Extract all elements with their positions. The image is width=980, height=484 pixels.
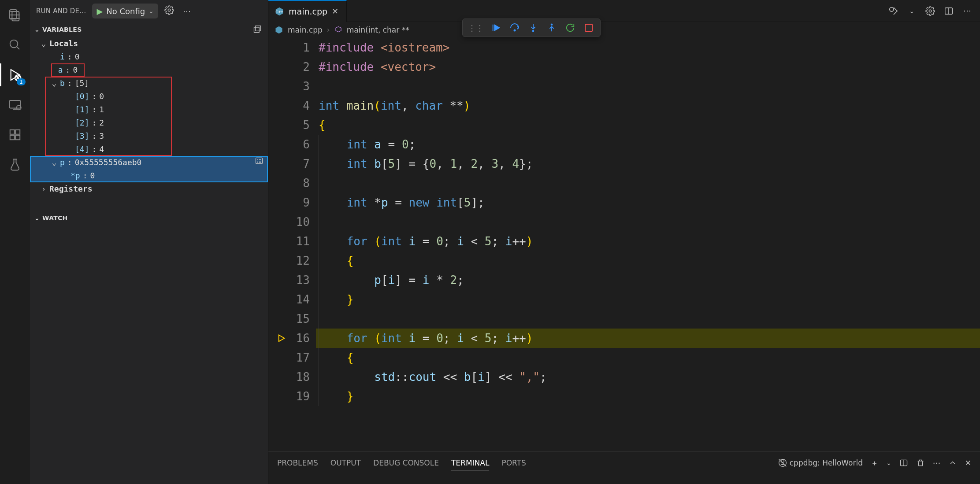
run-chevron-icon[interactable]: ⌄	[906, 5, 917, 17]
testing-icon[interactable]	[6, 156, 24, 174]
var-idx: [0]	[75, 90, 89, 103]
var-a[interactable]: a: 0	[51, 63, 85, 77]
kebab-icon[interactable]: ⋯	[933, 458, 940, 467]
panel-tab-terminal[interactable]: TERMINAL	[451, 456, 489, 470]
var-p-deref[interactable]: *p: 0	[30, 169, 268, 182]
svg-point-20	[551, 24, 553, 25]
tab-main-cpp[interactable]: C++ main.cpp ✕	[268, 0, 347, 22]
maximize-panel-icon[interactable]	[948, 458, 957, 467]
code-line[interactable]	[316, 212, 980, 232]
panel-tab-problems[interactable]: PROBLEMS	[277, 456, 318, 470]
debug-toolbar[interactable]: ⋮⋮	[462, 18, 601, 37]
code-line[interactable]: int b[5] = {0, 1, 2, 3, 4};	[316, 154, 980, 174]
code-line[interactable]: }	[316, 387, 980, 406]
close-panel-icon[interactable]: ✕	[965, 458, 971, 467]
code-line[interactable]	[316, 77, 980, 96]
code-line[interactable]: {	[316, 251, 980, 270]
svg-text:C++: C++	[275, 9, 283, 14]
watch-section-header[interactable]: ⌄ WATCH	[30, 211, 268, 225]
line-number: 17	[290, 348, 310, 367]
trash-icon[interactable]	[916, 458, 925, 467]
variables-tree: ⌄ Locals i: 0 a: 0 ⌄ b: [5] [0]: 0 [1]: …	[30, 37, 268, 197]
code-line[interactable]: p[i] = i * 2;	[316, 270, 980, 290]
split-terminal-icon[interactable]	[899, 458, 908, 467]
chevron-down-icon: ⌄	[51, 156, 57, 169]
bottom-panel: PROBLEMS OUTPUT DEBUG CONSOLE TERMINAL P…	[268, 451, 980, 484]
panel-tab-output[interactable]: OUTPUT	[330, 456, 361, 470]
variables-section-header[interactable]: ⌄ VARIABLES	[30, 22, 268, 37]
line-number: 12	[290, 251, 310, 270]
var-value: 0	[75, 50, 80, 63]
step-out-button[interactable]	[546, 22, 558, 34]
new-terminal-icon[interactable]: ＋	[871, 458, 878, 468]
var-name: b	[60, 77, 65, 90]
search-icon[interactable]	[6, 36, 24, 54]
grip-icon[interactable]: ⋮⋮	[468, 23, 484, 33]
code-editor[interactable]: 12345678910111213141516171819 #include <…	[268, 38, 980, 451]
code-line[interactable]: std::cout << b[i] << ",";	[316, 367, 980, 387]
panel-tab-ports[interactable]: PORTS	[501, 456, 526, 470]
line-number: 5	[290, 115, 310, 135]
step-into-button[interactable]	[527, 22, 539, 34]
var-b[interactable]: ⌄ b: [5]	[45, 77, 172, 90]
var-p[interactable]: ⌄ p: 0x55555556aeb0	[30, 156, 268, 169]
var-name: i	[60, 50, 65, 63]
var-value: 1	[99, 103, 104, 116]
collapse-all-icon[interactable]	[251, 23, 264, 36]
terminal-launch-profile[interactable]: cppdbg: HelloWorld	[778, 458, 863, 467]
registers-label: Registers	[49, 182, 93, 196]
terminal-dropdown-chevron[interactable]: ⌄	[886, 459, 891, 466]
var-b-item-4[interactable]: [4]: 4	[45, 143, 172, 156]
kebab-icon[interactable]: ⋯	[961, 5, 973, 17]
launch-config-dropdown[interactable]: ▶ No Config ⌄	[92, 4, 158, 18]
panel-tab-debug-console[interactable]: DEBUG CONSOLE	[373, 456, 439, 470]
svg-rect-11	[254, 27, 260, 33]
split-editor-icon[interactable]	[943, 5, 954, 17]
stop-button[interactable]	[583, 22, 595, 34]
breadcrumb[interactable]: main.cpp › main(int, char ** ⋮⋮	[268, 22, 980, 38]
code-line[interactable]: #include <vector>	[316, 57, 980, 77]
terminal-launch-label: cppdbg: HelloWorld	[790, 458, 863, 467]
var-value: 0	[99, 90, 104, 103]
continue-button[interactable]	[490, 22, 502, 34]
code-line[interactable]: int a = 0;	[316, 135, 980, 154]
watch-section-label: WATCH	[42, 214, 68, 222]
code-line[interactable]: }	[316, 290, 980, 309]
hex-view-icon[interactable]	[255, 156, 264, 169]
remote-explorer-icon[interactable]	[6, 96, 24, 114]
run-and-debug-icon[interactable]: 1	[6, 66, 24, 84]
extensions-icon[interactable]	[6, 126, 24, 144]
var-b-item-3[interactable]: [3]: 3	[45, 129, 172, 143]
close-icon[interactable]: ✕	[332, 7, 338, 16]
code-line[interactable]	[316, 174, 980, 193]
explorer-icon[interactable]	[6, 6, 24, 24]
code-line[interactable]: int main(int, char **)	[316, 96, 980, 115]
var-name: a	[58, 63, 63, 77]
kebab-icon[interactable]: ⋯	[180, 7, 193, 16]
var-b-item-0[interactable]: [0]: 0	[45, 90, 172, 103]
debug-run-icon[interactable]	[887, 5, 899, 17]
var-b-item-1[interactable]: [1]: 1	[45, 103, 172, 116]
line-number: 8	[290, 174, 310, 193]
svg-point-10	[168, 9, 171, 11]
code-line[interactable]: int *p = new int[5];	[316, 193, 980, 212]
scope-registers[interactable]: › Registers	[30, 182, 268, 196]
code-line[interactable]: {	[316, 348, 980, 367]
code-line[interactable]: #include <iostream>	[316, 38, 980, 57]
svg-point-18	[514, 30, 516, 31]
line-number: 10	[290, 212, 310, 232]
var-i[interactable]: i: 0	[30, 50, 268, 63]
play-icon: ▶	[97, 7, 103, 16]
code-line[interactable]	[316, 309, 980, 329]
step-over-button[interactable]	[509, 22, 521, 34]
chevron-down-icon: ⌄	[34, 214, 40, 222]
code-line[interactable]: for (int i = 0; i < 5; i++)	[316, 329, 980, 348]
var-idx: [1]	[75, 103, 89, 116]
var-b-item-2[interactable]: [2]: 2	[45, 116, 172, 129]
code-line[interactable]: {	[316, 115, 980, 135]
scope-locals[interactable]: ⌄ Locals	[30, 37, 268, 50]
gear-icon[interactable]	[924, 5, 936, 17]
restart-button[interactable]	[564, 22, 576, 34]
code-line[interactable]: for (int i = 0; i < 5; i++)	[316, 232, 980, 251]
gear-icon[interactable]	[163, 5, 176, 17]
